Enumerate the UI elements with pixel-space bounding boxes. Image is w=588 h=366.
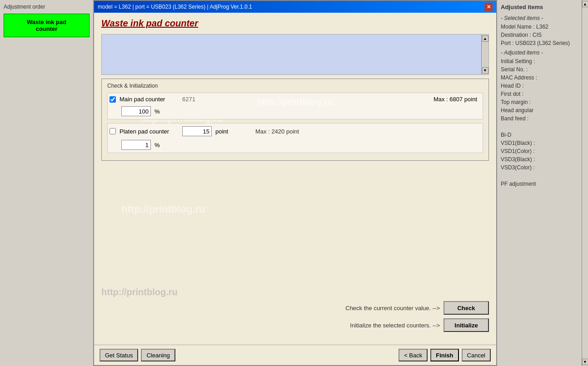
watermark-4: http://printblog.ru xyxy=(101,287,489,297)
platen-pad-max: Max : 2420 point xyxy=(255,128,299,135)
serial-no: Serial No. : xyxy=(501,66,584,73)
cleaning-button[interactable]: Cleaning xyxy=(141,349,175,361)
bi-d: Bi-D xyxy=(501,131,584,138)
info-scrollbar[interactable]: ▲ ▼ xyxy=(481,35,488,74)
dialog-content: Waste ink pad counter http://printblog.r… xyxy=(94,13,496,345)
port: Port : USB023 (L362 Series) xyxy=(501,40,584,47)
main-pad-watermark: http://printblog.ru xyxy=(257,97,334,107)
main-pad-percent-field[interactable] xyxy=(121,106,151,116)
initialize-button[interactable]: Initialize xyxy=(443,318,489,332)
model-name: Model Name : L362 xyxy=(501,23,584,30)
main-pad-max-label: Max : 6807 point xyxy=(434,96,481,103)
platen-pad-percent-field[interactable] xyxy=(121,140,151,150)
right-sidebar: Adjusted items - Selected items - Model … xyxy=(497,0,588,366)
platen-pad-point-field[interactable] xyxy=(182,126,212,136)
right-scroll-up[interactable]: ▲ xyxy=(582,1,588,7)
vsd3-black: VSD3(Black) : xyxy=(501,156,584,163)
main-pad-counter-row: Main pad counter http://printblog.ru 627… xyxy=(107,93,483,119)
head-id: Head ID : xyxy=(501,82,584,89)
init-action-row: Initialize the selected counters. --> In… xyxy=(101,318,489,332)
check-action-row: Check the current counter value. --> Che… xyxy=(101,301,489,315)
right-scroll-down[interactable]: ▼ xyxy=(582,359,588,365)
check-action-label: Check the current counter value. --> xyxy=(345,305,440,312)
dialog-titlebar: model = L362 | port = USB023 (L362 Serie… xyxy=(94,1,496,13)
close-button[interactable]: ✕ xyxy=(484,3,493,11)
main-pad-checkbox[interactable] xyxy=(110,96,116,103)
destination: Destination : CIS xyxy=(501,31,584,39)
spacer-2 xyxy=(501,172,584,179)
adjusted-items-section: - Adjusted items - xyxy=(501,49,584,56)
vsd1-black: VSD1(Black) : xyxy=(501,139,584,147)
head-angular: Head angular xyxy=(501,107,584,114)
page-title: Waste ink pad counter xyxy=(101,18,489,29)
band-feed: Band feed : xyxy=(501,115,584,122)
selected-items-section: - Selected items - xyxy=(501,15,584,21)
pf-adjustment: PF adjustment xyxy=(501,180,584,188)
mac-address: MAC Address : xyxy=(501,74,584,81)
scroll-up[interactable]: ▲ xyxy=(482,35,488,42)
top-margin: Top margin : xyxy=(501,99,584,106)
vsd3-color: VSD3(Color) : xyxy=(501,164,584,171)
vsd1-color: VSD1(Color) : xyxy=(501,148,584,155)
back-button[interactable]: < Back xyxy=(399,349,428,361)
first-dot: First dot : xyxy=(501,90,584,98)
init-action-label: Initialize the selected counters. --> xyxy=(350,322,440,329)
initial-setting: Initial Setting : xyxy=(501,58,584,65)
platen-pad-percent-unit: % xyxy=(154,142,173,148)
check-button[interactable]: Check xyxy=(443,301,489,315)
dialog-title: model = L362 | port = USB023 (L362 Serie… xyxy=(98,4,252,10)
platen-pad-checkbox[interactable] xyxy=(110,128,116,134)
platen-pad-counter-row: Platen pad counter point Max : 2420 poin… xyxy=(107,123,483,153)
left-sidebar-title: Adjustment order xyxy=(4,4,90,10)
right-sidebar-title: Adjusted items xyxy=(501,4,584,10)
check-init-label: Check & Initialization xyxy=(107,83,483,89)
main-pad-percent-unit: % xyxy=(154,108,173,115)
actions-area: http://printblog.ru Check the current co… xyxy=(101,283,489,339)
get-status-button[interactable]: Get Status xyxy=(100,349,138,361)
platen-pad-unit: point xyxy=(215,128,234,135)
main-dialog: model = L362 | port = USB023 (L362 Serie… xyxy=(93,0,497,366)
cancel-button[interactable]: Cancel xyxy=(462,349,491,361)
info-area: ▲ ▼ xyxy=(101,34,489,75)
main-pad-point-value: 6271 xyxy=(182,96,195,103)
finish-button[interactable]: Finish xyxy=(430,349,458,361)
waste-ink-pad-counter-button[interactable]: Waste ink padcounter xyxy=(4,14,90,37)
scroll-down[interactable]: ▼ xyxy=(482,67,488,74)
check-init-section: Check & Initialization Main pad counter … xyxy=(101,79,489,161)
main-pad-label: Main pad counter xyxy=(120,96,179,103)
dialog-footer: Get Status Cleaning < Back Finish Cancel xyxy=(94,345,496,365)
watermark-3: http://printblog.ru xyxy=(121,203,205,215)
platen-pad-label: Platen pad counter xyxy=(120,128,179,135)
sidebar-button-label: Waste ink padcounter xyxy=(27,19,66,32)
spacer-1 xyxy=(501,123,584,130)
left-sidebar: Adjustment order Waste ink padcounter xyxy=(0,0,93,366)
right-sidebar-scrollbar[interactable]: ▲ ▼ xyxy=(582,0,588,366)
